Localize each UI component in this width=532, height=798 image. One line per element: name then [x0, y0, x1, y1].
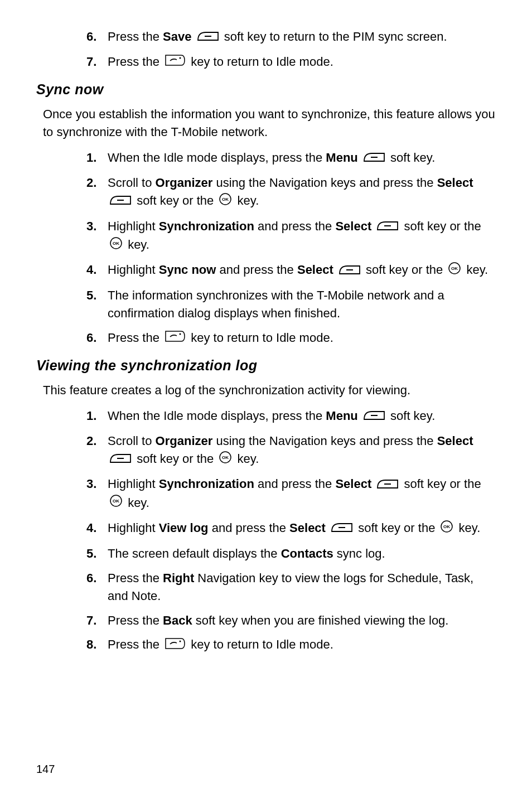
- softkey-icon: [338, 262, 361, 280]
- svg-point-12: [180, 333, 181, 335]
- list-text: Highlight Synchronization and press the …: [108, 475, 496, 512]
- list-number: 7.: [86, 53, 108, 71]
- list-text: When the Idle mode displays, press the M…: [108, 149, 496, 167]
- softkey-icon: [331, 520, 353, 538]
- list-text: Press the Save soft key to return to the…: [108, 28, 496, 46]
- softkey-icon: [376, 476, 399, 494]
- list-item: 2. Scroll to Organizer using the Navigat…: [86, 174, 496, 211]
- list-item: 6. Press the key to return to Idle mode.: [86, 329, 496, 347]
- list-text: Press the key to return to Idle mode.: [108, 636, 496, 654]
- ok-key-icon: OK: [109, 494, 123, 512]
- page-number: 147: [36, 763, 55, 776]
- intro-paragraph: Once you establish the information you w…: [36, 105, 496, 141]
- ok-key-icon: OK: [219, 192, 232, 211]
- list-number: 3.: [86, 475, 108, 493]
- document-page: 6. Press the Save soft key to return to …: [0, 0, 532, 798]
- list-number: 1.: [86, 149, 108, 167]
- list-number: 4.: [86, 519, 108, 537]
- list-item: 6. Press the Right Navigation key to vie…: [86, 569, 496, 605]
- end-key-icon: [165, 330, 186, 347]
- list-number: 4.: [86, 261, 108, 279]
- softkey-icon: [197, 28, 219, 46]
- svg-text:OK: OK: [222, 455, 229, 460]
- list-item: 4. Highlight View log and press the Sele…: [86, 519, 496, 538]
- list-text: When the Idle mode displays, press the M…: [108, 407, 496, 425]
- list-number: 1.: [86, 407, 108, 425]
- softkey-icon: [363, 408, 385, 425]
- list-item: 5. The screen default displays the Conta…: [86, 545, 496, 563]
- list-text: The screen default displays the Contacts…: [108, 545, 496, 563]
- list-text: Scroll to Organizer using the Navigation…: [108, 174, 496, 211]
- list-number: 2.: [86, 174, 108, 192]
- list-number: 6.: [86, 569, 108, 587]
- list-text: The information synchronizes with the T-…: [108, 287, 496, 322]
- list-text: Highlight Sync now and press the Select …: [108, 261, 496, 280]
- intro-paragraph: This feature creates a log of the synchr…: [36, 381, 496, 399]
- svg-text:OK: OK: [451, 266, 458, 271]
- svg-text:OK: OK: [443, 524, 450, 529]
- list-text: Press the Right Navigation key to view t…: [108, 569, 496, 605]
- list-item: 7. Press the Back soft key when you are …: [86, 612, 496, 630]
- section-heading-sync-now: Sync now: [36, 81, 496, 98]
- list-item: 4. Highlight Sync now and press the Sele…: [86, 261, 496, 280]
- ok-key-icon: OK: [440, 520, 453, 538]
- list-text: Highlight View log and press the Select …: [108, 519, 496, 538]
- end-key-icon: [165, 637, 186, 655]
- end-key-icon: [165, 54, 186, 71]
- list-number: 5.: [86, 545, 108, 563]
- list-item: 7. Press the key to return to Idle mode.: [86, 53, 496, 71]
- section-heading-view-log: Viewing the synchronization log: [36, 357, 496, 374]
- svg-point-23: [180, 640, 181, 642]
- softkey-icon: [109, 451, 132, 468]
- list-item: 3. Highlight Synchronization and press t…: [86, 217, 496, 255]
- svg-point-1: [180, 57, 181, 59]
- list-number: 2.: [86, 432, 108, 450]
- list-number: 6.: [86, 28, 108, 46]
- list-text: Press the key to return to Idle mode.: [108, 53, 496, 71]
- list-text: Highlight Synchronization and press the …: [108, 217, 496, 255]
- list-number: 6.: [86, 329, 108, 347]
- svg-text:OK: OK: [113, 241, 119, 246]
- ok-key-icon: OK: [219, 451, 232, 469]
- svg-text:OK: OK: [113, 499, 119, 504]
- list-item: 8. Press the key to return to Idle mode.: [86, 636, 496, 654]
- list-text: Press the key to return to Idle mode.: [108, 329, 496, 347]
- list-number: 5.: [86, 287, 108, 304]
- top-list: 6. Press the Save soft key to return to …: [36, 28, 496, 71]
- list-item: 1. When the Idle mode displays, press th…: [86, 149, 496, 167]
- list-item: 2. Scroll to Organizer using the Navigat…: [86, 432, 496, 469]
- softkey-icon: [109, 192, 132, 210]
- softkey-icon: [376, 218, 399, 236]
- list-item: 6. Press the Save soft key to return to …: [86, 28, 496, 46]
- list-number: 7.: [86, 612, 108, 630]
- list-item: 1. When the Idle mode displays, press th…: [86, 407, 496, 425]
- ok-key-icon: OK: [109, 236, 123, 255]
- list-text: Press the Back soft key when you are fin…: [108, 612, 496, 630]
- list-item: 5. The information synchronizes with the…: [86, 287, 496, 322]
- view-log-list: 1. When the Idle mode displays, press th…: [36, 407, 496, 655]
- list-number: 3.: [86, 217, 108, 235]
- sync-now-list: 1. When the Idle mode displays, press th…: [36, 149, 496, 347]
- ok-key-icon: OK: [448, 262, 461, 280]
- list-number: 8.: [86, 636, 108, 654]
- list-text: Scroll to Organizer using the Navigation…: [108, 432, 496, 469]
- softkey-icon: [363, 149, 385, 167]
- svg-text:OK: OK: [222, 197, 229, 202]
- list-item: 3. Highlight Synchronization and press t…: [86, 475, 496, 512]
